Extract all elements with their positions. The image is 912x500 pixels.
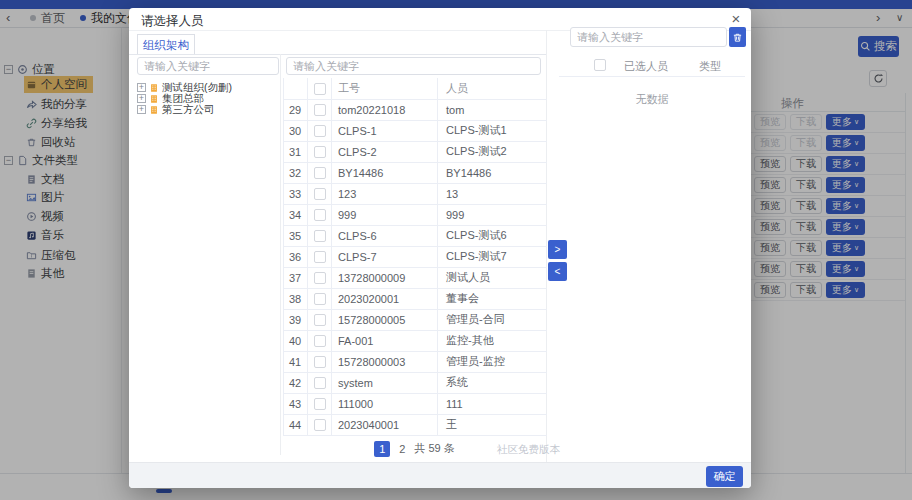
- clear-selected-button[interactable]: [729, 27, 746, 47]
- row-checkbox[interactable]: [314, 356, 326, 368]
- table-header-row: 工号 人员: [284, 78, 547, 99]
- people-table: 工号 人员 29tom20221018tom 30CLPS-1CLPS-测试1 …: [283, 78, 547, 436]
- column-header-id: 工号: [332, 78, 438, 99]
- table-row[interactable]: 29tom20221018tom: [284, 99, 547, 120]
- row-checkbox[interactable]: [314, 167, 326, 179]
- row-checkbox[interactable]: [314, 146, 326, 158]
- table-row[interactable]: 30CLPS-1CLPS-测试1: [284, 120, 547, 141]
- row-checkbox[interactable]: [314, 125, 326, 137]
- row-checkbox[interactable]: [314, 272, 326, 284]
- move-left-button[interactable]: <: [548, 262, 567, 281]
- page-2-button[interactable]: 2: [399, 443, 405, 455]
- row-checkbox[interactable]: [314, 293, 326, 305]
- selected-column-type: 类型: [699, 59, 721, 74]
- select-all-checkbox[interactable]: [314, 83, 326, 95]
- row-checkbox[interactable]: [314, 188, 326, 200]
- selected-column-name: 已选人员: [624, 59, 668, 74]
- tree-node-label: 第三方公司: [162, 104, 215, 115]
- row-checkbox[interactable]: [314, 335, 326, 347]
- pagination-total: 共 59 条: [414, 441, 454, 456]
- row-checkbox[interactable]: [314, 377, 326, 389]
- table-row[interactable]: 35CLPS-6CLPS-测试6: [284, 225, 547, 246]
- close-icon[interactable]: ×: [727, 10, 745, 28]
- selected-search-input[interactable]: [570, 27, 727, 47]
- dialog-title: 请选择人员: [141, 13, 204, 30]
- page-1-button[interactable]: 1: [374, 441, 390, 457]
- expand-icon[interactable]: +: [137, 83, 146, 92]
- select-personnel-dialog: 请选择人员 × 组织架构 + 测试组织(勿删) + 集团总部 + 第三方公司: [129, 8, 751, 488]
- table-row[interactable]: 3312313: [284, 183, 547, 204]
- confirm-button[interactable]: 确定: [706, 466, 743, 487]
- row-checkbox[interactable]: [314, 314, 326, 326]
- org-building-icon: [149, 94, 159, 104]
- dialog-footer: [129, 462, 751, 488]
- org-tree-search-input[interactable]: [137, 57, 279, 75]
- expand-icon[interactable]: +: [137, 105, 146, 114]
- selected-select-all-checkbox[interactable]: [594, 59, 606, 71]
- table-row[interactable]: 32BY14486BY14486: [284, 162, 547, 183]
- selected-table-header: 已选人员 类型: [559, 55, 745, 77]
- empty-state-text: 无数据: [559, 92, 745, 107]
- tab-org-structure[interactable]: 组织架构: [137, 34, 195, 55]
- tree-node-third-party[interactable]: + 第三方公司: [137, 104, 277, 115]
- table-row[interactable]: 43111000111: [284, 393, 547, 414]
- table-row[interactable]: 40FA-001监控-其他: [284, 330, 547, 351]
- people-search-input[interactable]: [286, 57, 541, 75]
- expand-icon[interactable]: +: [137, 94, 146, 103]
- table-row[interactable]: 3915728000005管理员-合同: [284, 309, 547, 330]
- move-right-button[interactable]: >: [548, 240, 567, 259]
- table-row[interactable]: 31CLPS-2CLPS-测试2: [284, 141, 547, 162]
- tab-divider: [129, 54, 546, 55]
- table-row[interactable]: 4115728000003管理员-监控: [284, 351, 547, 372]
- org-building-icon: [149, 83, 159, 93]
- panel-divider: [280, 54, 281, 455]
- tree-node-test-org[interactable]: + 测试组织(勿删): [137, 82, 277, 93]
- table-row[interactable]: 34999999: [284, 204, 547, 225]
- org-building-icon: [149, 105, 159, 115]
- table-row[interactable]: 442023040001王: [284, 414, 547, 435]
- screen: ‹ 首页 我的文件 › ∨ − 位置 个人空间 我的分享: [0, 0, 912, 500]
- org-tree: + 测试组织(勿删) + 集团总部 + 第三方公司: [137, 82, 277, 115]
- table-row[interactable]: 36CLPS-7CLPS-测试7: [284, 246, 547, 267]
- row-checkbox[interactable]: [314, 251, 326, 263]
- row-checkbox[interactable]: [314, 419, 326, 431]
- row-checkbox[interactable]: [314, 230, 326, 242]
- row-checkbox[interactable]: [314, 398, 326, 410]
- table-row[interactable]: 382023020001董事会: [284, 288, 547, 309]
- row-checkbox[interactable]: [314, 104, 326, 116]
- trash-icon: [732, 32, 743, 43]
- edition-watermark: 社区免费版本: [497, 443, 560, 457]
- column-header-name: 人员: [438, 78, 547, 99]
- row-checkbox[interactable]: [314, 209, 326, 221]
- table-row[interactable]: 42system系统: [284, 372, 547, 393]
- table-row[interactable]: 3713728000009测试人员: [284, 267, 547, 288]
